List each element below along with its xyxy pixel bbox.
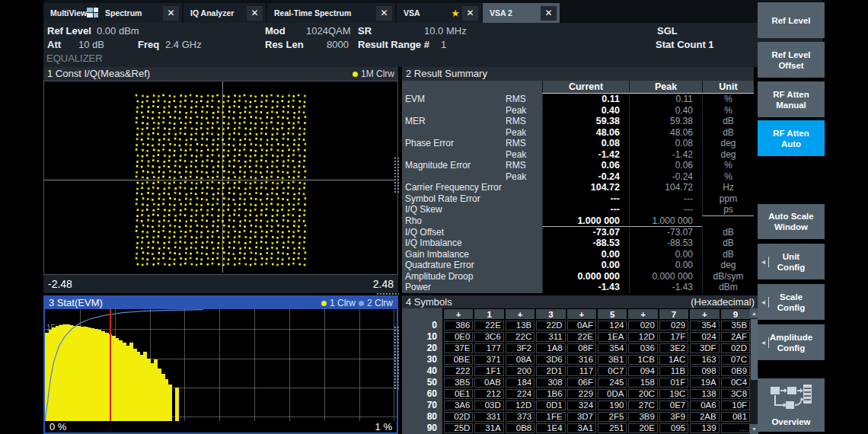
symbol-value-cell: 094 [628, 366, 657, 376]
result-peak-value: 0.06 [629, 160, 702, 171]
symbol-value-cell: 212 [474, 389, 503, 399]
result-subname: RMS [506, 138, 541, 148]
softkey-scale-config[interactable]: ◂ScaleConfig [758, 284, 825, 320]
result-subname: Peak [506, 171, 541, 182]
symbol-value-cell: 0AF [567, 321, 596, 330]
softkey-auto-scale-window[interactable]: Auto ScaleWindow [758, 204, 825, 239]
tab-label: VSA [397, 8, 451, 18]
result-row: I/Q Skew------ps [402, 204, 754, 215]
result-subname: Peak [506, 149, 541, 160]
result-peak-value: 0.000 000 [629, 271, 702, 282]
symbol-value-cell: 117 [567, 366, 596, 376]
softkey-unit-config[interactable]: ◂UnitConfig [758, 244, 825, 279]
symbol-value-cell: ... [721, 423, 750, 433]
constellation-panel-title[interactable]: 1 Const I/Q(Meas&Ref) 1M Clrw [43, 67, 398, 81]
symbols-mode-label: (Hexadecimal) [691, 295, 755, 308]
constellation-title-text: 1 Const I/Q(Meas&Ref) [47, 67, 150, 81]
result-current-value: 0.08 [542, 138, 629, 148]
mod-label: Mod [265, 24, 286, 38]
symbol-value-cell: 139 [690, 423, 719, 433]
x-axis-min: -2.48 [48, 278, 72, 290]
symbols-row: 503B50AB18430806F24515801F19A0C4 [402, 377, 750, 388]
symbol-value-cell: 19A [690, 378, 719, 388]
symbol-value-cell: 224 [506, 389, 535, 399]
tab-close-icon[interactable]: ✕ [376, 6, 392, 21]
result-peak-value: --- [629, 193, 702, 204]
symbol-value-cell: 0BE [444, 355, 473, 365]
result-peak-value: 1.000 000 [629, 215, 702, 227]
tab-close-icon[interactable]: ✕ [247, 6, 263, 21]
result-current-value: 0.00 [542, 249, 629, 260]
tab-vsa[interactable]: VSA★✕ [397, 3, 481, 23]
symbol-value-cell: 37E [444, 343, 473, 353]
result-summary-column-headers: Current Peak Unit [402, 81, 754, 94]
constellation-legend: 1M Clrw [353, 67, 394, 81]
stat-evm-title[interactable]: 3 Stat(EVM) 1 Clrw 2 Clrw [45, 297, 397, 309]
result-subname: Peak [506, 105, 541, 116]
symbol-value-cell: 354 [598, 343, 627, 353]
symbol-value-cell: 2AF [721, 332, 750, 342]
softkey-rf-atten-auto[interactable]: RF AttenAuto [758, 120, 825, 156]
horizontal-splitter-handle[interactable] [376, 292, 399, 296]
symbol-value-cell: 13B [506, 321, 535, 330]
result-current-value: --- [542, 193, 629, 204]
symbols-row: 2037E1773F21A808F3540363E23DF02D [402, 343, 750, 354]
ref-level-value: 0.00 dBm [97, 24, 139, 38]
symbol-value-cell: 01F [659, 378, 688, 388]
result-summary-panel: 2 Result Summary Current Peak Unit EVMRM… [402, 67, 754, 293]
result-peak-value: 0.08 [629, 138, 702, 148]
result-unit: % [702, 94, 754, 104]
symbols-row-label: 90 [402, 423, 442, 434]
result-row: Symbol Rate Error------ppm [402, 193, 754, 205]
result-row: Peak48.0648.06dB [402, 127, 754, 139]
symbol-value-cell: 024 [690, 332, 719, 342]
symbols-panel-title[interactable]: 4 Symbols (Hexadecimal) [402, 295, 758, 308]
softkey-label: Ref Level [771, 15, 810, 26]
symbols-title-text: 4 Symbols [406, 295, 452, 308]
softkey-amplitude-config[interactable]: ◂AmplitudeConfig [758, 324, 825, 360]
evm-histogram-plot: 1E-01 95%: 0.19 % [45, 309, 397, 421]
tab-spectrum[interactable]: Spectrum✕ [98, 3, 182, 23]
submenu-arrow-icon: ◂ [761, 257, 765, 267]
symbol-value-cell: 31A [474, 423, 503, 433]
softkey-label: Config [777, 262, 805, 273]
tab-close-icon[interactable]: ✕ [163, 6, 179, 21]
symbols-column-header: + [628, 309, 657, 319]
vertical-splitter-handle[interactable] [394, 157, 400, 193]
tab-close-icon[interactable]: ✕ [462, 6, 478, 21]
scrollbar-thumb[interactable] [751, 319, 758, 380]
tab-label: VSA 2 [483, 8, 541, 18]
result-row: Power-1.43-1.43dBm [402, 282, 754, 293]
result-name: Magnitude Error [405, 160, 504, 171]
result-unit: dB [702, 249, 754, 260]
symbol-value-cell: 0AB [474, 378, 503, 388]
tab-iq-analyzer[interactable]: IQ Analyzer✕ [183, 3, 266, 23]
result-row: Carrier Frequency Error104.72104.72Hz [402, 182, 754, 193]
result-current-value: --- [542, 204, 629, 215]
symbol-value-cell: 190 [598, 400, 627, 410]
symbol-value-cell: 200 [506, 366, 535, 376]
result-unit: deg [702, 149, 754, 160]
result-range-label: Result Range # [358, 38, 429, 52]
tab-close-icon[interactable]: ✕ [541, 6, 557, 21]
softkey-label: Auto Scale [768, 211, 813, 222]
tab-multiview[interactable]: MultiView [43, 3, 97, 23]
symbol-value-cell: 020 [628, 321, 657, 330]
symbol-value-cell: 20C [628, 389, 657, 399]
trace2-label: 2 Clrw [367, 297, 393, 309]
result-summary-title[interactable]: 2 Result Summary [402, 67, 754, 81]
result-row: EVMRMS0.110.11% [402, 94, 754, 105]
softkey-rf-atten-manual[interactable]: RF AttenManual [758, 81, 825, 117]
vertical-splitter-handle[interactable] [394, 326, 400, 390]
tab-vsa-2[interactable]: VSA 2✕ [483, 3, 560, 23]
softkey-ref-level[interactable]: Ref Level [758, 2, 825, 38]
symbols-row-label: 30 [402, 354, 442, 365]
result-name: Symbol Rate Error [405, 193, 504, 204]
symbol-value-cell: 098 [690, 366, 719, 376]
symbol-value-cell: 095 [659, 423, 688, 433]
softkey-ref-level-offset[interactable]: Ref LevelOffset [758, 42, 825, 78]
col-header-unit: Unit [702, 81, 754, 94]
symbol-value-cell: 0DA [598, 389, 627, 399]
softkey-overview[interactable]: Overview [758, 378, 825, 432]
tab-real-time-spectrum[interactable]: Real-Time Spectrum✕ [267, 3, 395, 23]
